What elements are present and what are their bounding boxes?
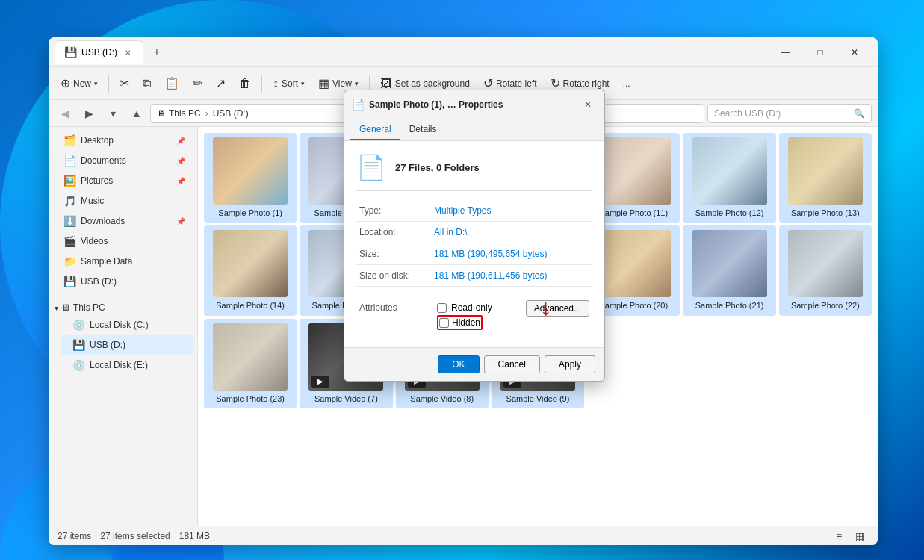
attributes-section: Attributes Read-only Hidden [356,287,592,335]
toolbar-separator-1 [108,75,109,93]
prop-size-disk-row: Size on disk: 181 MB (190,611,456 bytes) [356,265,592,287]
share-button[interactable]: ↗ [210,73,232,93]
prop-size-row: Size: 181 MB (190,495,654 bytes) [356,243,592,265]
delete-button[interactable]: 🗑 [233,74,257,93]
recent-button[interactable]: ▾ [102,103,123,124]
dialog-footer: OK Cancel Apply [344,347,604,381]
file-name: Sample Photo (1) [218,208,282,218]
file-name: Sample Photo (13) [791,208,860,218]
title-bar: 💾 USB (D:) ✕ + — □ ✕ [49,37,878,67]
explorer-tab[interactable]: 💾 USB (D:) ✕ [55,40,143,64]
more-options-button[interactable]: ... [617,75,636,92]
sidebar-item-videos[interactable]: 🎬 Videos [52,231,194,251]
cancel-button[interactable]: Cancel [484,355,540,373]
this-pc-section[interactable]: ▾ 🖥 This PC [49,298,197,314]
properties-dialog[interactable]: 📄 Sample Photo (1), … Properties ✕ Gener… [344,90,605,382]
prop-size-disk-value: 181 MB (190,611,456 bytes) [431,265,592,287]
dialog-close-button[interactable]: ✕ [579,96,597,113]
forward-button[interactable]: ▶ [78,103,99,124]
dialog-file-icon: 📄 [356,153,386,181]
sidebar-item-usb[interactable]: 💾 USB (D:) [52,272,194,291]
copy-button[interactable]: ⧉ [137,74,157,93]
tab-close-button[interactable]: ✕ [122,46,134,58]
file-name: Sample Photo (21) [695,300,764,311]
item-count: 27 items [58,531,91,541]
pin-icon-3: 📌 [176,177,185,185]
prop-size-label: Size: [356,243,431,265]
file-thumbnail [596,230,671,297]
file-item[interactable]: Sample Photo (21) [683,225,775,315]
sidebar-item-local-c[interactable]: 💿 Local Disk (C:) [61,315,194,335]
videos-icon: 🎬 [63,235,76,247]
rotate-right-icon: ↻ [551,76,560,90]
hidden-label: Hidden [452,317,480,328]
delete-icon: 🗑 [239,77,251,90]
sidebar-item-desktop[interactable]: 🗂️ Desktop 📌 [52,131,194,150]
selected-count: 27 items selected [100,531,170,541]
prop-type-row: Type: Multiple Types [356,200,592,222]
window-controls: — □ ✕ [769,40,872,64]
back-button[interactable]: ◀ [55,103,75,124]
sidebar: 🗂️ Desktop 📌 📄 Documents 📌 🖼️ Pictures 📌… [49,127,198,526]
search-bar[interactable]: Search USB (D:) 🔍 [707,104,872,123]
ok-button[interactable]: OK [438,355,479,373]
file-item[interactable]: Sample Photo (12) [683,133,775,223]
sidebar-item-local-e[interactable]: 💿 Local Disk (E:) [61,355,194,375]
file-item[interactable]: Sample Photo (14) [204,225,297,315]
rename-button[interactable]: ✏ [187,73,208,93]
sidebar-item-downloads[interactable]: ⬇️ Downloads 📌 [52,211,194,231]
attributes-checkboxes: Read-only Hidden [437,300,492,332]
this-pc-items: 💿 Local Disk (C:) 💾 USB (D:) 💿 Local Dis… [49,315,197,375]
sidebar-item-sample-data[interactable]: 📁 Sample Data [52,252,194,271]
file-name: Sample Photo (23) [216,393,285,404]
downloads-icon: ⬇️ [63,215,76,227]
readonly-label: Read-only [451,302,492,313]
prop-size-value: 181 MB (190,495,654 bytes) [431,243,592,265]
sort-button[interactable]: ↕ Sort ▾ [267,74,311,93]
file-item[interactable]: Sample Photo (22) [779,225,872,315]
documents-icon: 📄 [63,155,76,167]
sidebar-item-pictures[interactable]: 🖼️ Pictures 📌 [52,171,194,190]
list-view-button[interactable]: ≡ [830,528,848,544]
usb-icon: 💾 [63,276,76,287]
pc-icon-2: 🖥 [61,302,70,313]
file-name: Sample Photo (12) [695,208,764,218]
tab-details[interactable]: Details [400,119,446,140]
tab-general[interactable]: General [350,119,400,140]
hidden-row: Hidden [437,315,492,330]
file-item[interactable]: Sample Photo (13) [779,133,872,223]
file-name: Sample Video (7) [314,393,378,404]
apply-button[interactable]: Apply [545,355,595,373]
cut-icon: ✂ [120,76,129,90]
rotate-left-icon: ↺ [483,76,493,90]
cut-button[interactable]: ✂ [114,73,135,93]
dialog-body: 📄 27 Files, 0 Folders Type: Multiple Typ… [344,141,604,347]
new-button[interactable]: ⊕ New ▾ [55,73,104,93]
pin-icon-4: 📌 [176,217,185,225]
sidebar-item-documents[interactable]: 📄 Documents 📌 [52,151,194,170]
readonly-checkbox[interactable] [437,303,447,313]
sort-icon: ↕ [273,77,279,90]
prop-location-label: Location: [356,222,431,243]
sidebar-item-usb-d[interactable]: 💾 USB (D:) [61,335,194,355]
maximize-button[interactable]: □ [803,40,837,64]
sidebar-item-music[interactable]: 🎵 Music [52,191,194,211]
close-button[interactable]: ✕ [837,40,872,64]
copy-icon: ⧉ [143,77,151,90]
dialog-title-bar: 📄 Sample Photo (1), … Properties ✕ [344,90,604,119]
file-thumbnail [596,137,671,205]
hidden-checkbox[interactable] [439,318,449,328]
file-item[interactable]: Sample Photo (1) [204,133,297,223]
dialog-file-info: 📄 27 Files, 0 Folders [356,153,592,191]
advanced-button[interactable]: Advanced... [526,300,589,317]
file-thumbnail [692,137,767,205]
new-tab-button[interactable]: + [146,42,167,63]
minimize-button[interactable]: — [769,40,803,64]
file-item[interactable]: Sample Photo (23) [204,319,297,408]
file-thumbnail [692,230,767,297]
paste-button[interactable]: 📋 [158,73,185,93]
tab-drive-icon: 💾 [64,46,77,58]
grid-view-button[interactable]: ▦ [851,528,869,544]
up-button[interactable]: ▲ [126,103,147,124]
disk-c-icon: 💿 [72,319,85,331]
